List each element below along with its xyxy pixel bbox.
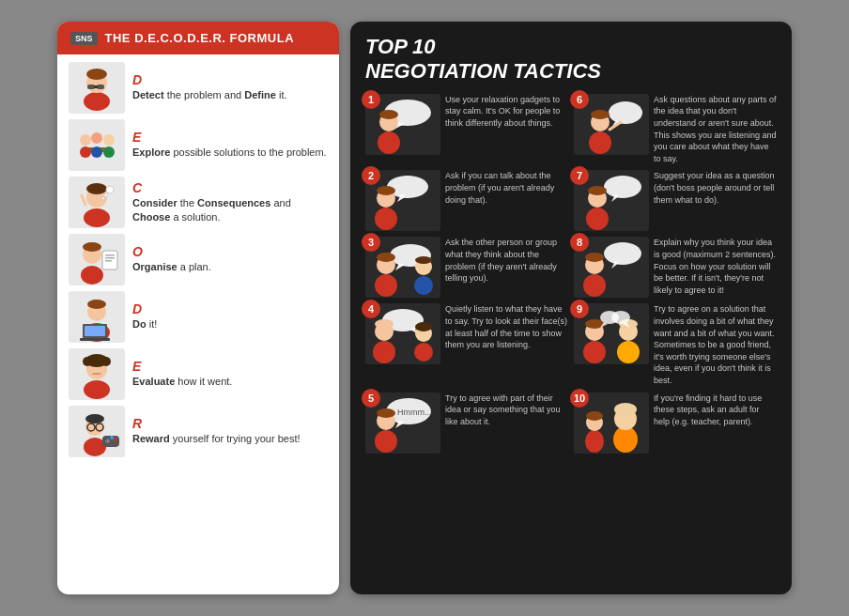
decoder-letter-d1: D bbox=[132, 72, 328, 88]
svg-point-39 bbox=[84, 380, 110, 399]
svg-point-68 bbox=[591, 110, 610, 119]
svg-point-12 bbox=[91, 146, 102, 158]
tactic-number-6: 6 bbox=[570, 90, 589, 109]
svg-point-9 bbox=[80, 134, 91, 146]
tactic-number-1: 1 bbox=[362, 90, 380, 109]
svg-point-43 bbox=[101, 357, 111, 366]
tactic-img-wrap-10: 10 bbox=[574, 393, 649, 454]
svg-rect-5 bbox=[97, 85, 104, 89]
tactic-item-10: 10 bbox=[574, 393, 777, 454]
svg-point-1 bbox=[84, 92, 110, 111]
tactic-item-9: 9 bbox=[574, 303, 777, 386]
svg-point-73 bbox=[375, 208, 397, 230]
tactic-item-4: 4 bbox=[365, 303, 568, 386]
svg-point-127 bbox=[586, 411, 603, 421]
svg-point-128 bbox=[613, 426, 638, 453]
svg-point-13 bbox=[103, 134, 115, 146]
svg-point-11 bbox=[91, 132, 102, 144]
tactic-text-4: Quietly listen to what they have to say.… bbox=[445, 303, 568, 350]
decoder-item-o: O Organise a plan. bbox=[69, 234, 328, 285]
tactic-img-wrap-9: 9 bbox=[574, 303, 649, 364]
decoder-item-e2: E Evaluate how it went. bbox=[69, 348, 328, 400]
tactic-number-5: 5 bbox=[362, 389, 380, 408]
decoder-text-d2: D Do it! bbox=[132, 301, 328, 331]
decoder-letter-c: C bbox=[132, 180, 328, 196]
decoder-text-c: C Consider the Consequences and Choose a… bbox=[132, 180, 328, 225]
decoder-item-d2: D Do it! bbox=[69, 291, 328, 343]
svg-point-103 bbox=[414, 343, 433, 362]
tactics-grid: 1 Use your rela bbox=[365, 94, 777, 454]
svg-point-88 bbox=[414, 276, 433, 295]
svg-point-64 bbox=[609, 101, 642, 124]
tactic-item-3: 3 bbox=[365, 237, 568, 298]
tactic-img-wrap-5: 5 Hmmm... bbox=[365, 393, 440, 454]
main-container: SNS THE D.E.C.O.D.E.R. FORMULA bbox=[0, 0, 849, 616]
sns-logo: SNS bbox=[70, 32, 98, 45]
tactic-text-5: Try to agree with part of their idea or … bbox=[445, 393, 568, 428]
svg-point-48 bbox=[85, 414, 104, 424]
svg-rect-56 bbox=[107, 439, 109, 443]
svg-point-105 bbox=[415, 322, 432, 331]
svg-point-107 bbox=[583, 341, 606, 363]
svg-point-24 bbox=[81, 266, 103, 285]
svg-point-60 bbox=[378, 131, 400, 154]
svg-rect-29 bbox=[105, 257, 115, 259]
decoder-text-d1: D Detect the problem and Define it. bbox=[132, 72, 328, 102]
decoder-desc-d1: Detect the problem and Define it. bbox=[132, 88, 328, 102]
tactic-text-9: Try to agree on a solution that involves… bbox=[654, 303, 777, 386]
svg-point-16 bbox=[84, 208, 110, 227]
svg-rect-28 bbox=[105, 254, 115, 256]
tactics-title: TOP 10 NEGOTIATION TACTICS bbox=[365, 35, 777, 85]
tactic-img-wrap-2: 2 bbox=[365, 170, 440, 231]
decoder-text-o: O Organise a plan. bbox=[132, 244, 328, 274]
decoder-desc-d2: Do it! bbox=[132, 317, 328, 331]
tactic-text-2: Ask if you can talk about the problem (i… bbox=[445, 170, 568, 206]
tactic-img-wrap-7: 7 bbox=[574, 170, 649, 231]
svg-point-130 bbox=[614, 403, 637, 416]
svg-rect-7 bbox=[69, 119, 125, 171]
left-card: SNS THE D.E.C.O.D.E.R. FORMULA bbox=[57, 22, 339, 594]
svg-rect-6 bbox=[94, 85, 98, 88]
svg-point-34 bbox=[87, 300, 106, 309]
svg-point-81 bbox=[588, 186, 607, 195]
svg-rect-4 bbox=[87, 85, 95, 89]
tactic-item-6: 6 Ask questions bbox=[574, 94, 777, 165]
svg-point-26 bbox=[83, 242, 101, 252]
decoder-letter-e1: E bbox=[132, 130, 328, 146]
svg-point-100 bbox=[373, 341, 395, 363]
decoder-letter-r: R bbox=[132, 416, 328, 432]
decoder-image-d2 bbox=[69, 291, 125, 343]
svg-point-121 bbox=[375, 430, 397, 453]
right-card: TOP 10 NEGOTIATION TACTICS 1 bbox=[350, 22, 792, 594]
decoder-image-e1 bbox=[69, 119, 125, 171]
svg-point-62 bbox=[379, 110, 398, 119]
decoder-item-d1: D Detect the problem and Define it. bbox=[69, 62, 328, 114]
decoder-image-e2 bbox=[69, 348, 125, 400]
svg-point-94 bbox=[583, 274, 606, 297]
decoder-desc-r: Reward yourself for trying your best! bbox=[132, 432, 328, 446]
svg-point-21 bbox=[102, 197, 105, 200]
decoder-letter-o: O bbox=[132, 244, 328, 260]
svg-point-10 bbox=[80, 146, 91, 158]
svg-rect-37 bbox=[80, 338, 110, 341]
tactic-img-wrap-1: 1 bbox=[365, 94, 440, 155]
tactic-text-8: Explain why you think your idea is good … bbox=[654, 237, 777, 296]
svg-point-85 bbox=[375, 274, 397, 297]
svg-point-102 bbox=[375, 319, 394, 329]
svg-point-115 bbox=[611, 311, 630, 324]
decoder-item-r: R Reward yourself for trying your best! bbox=[69, 406, 328, 457]
tactic-text-7: Suggest your idea as a question (don't b… bbox=[654, 170, 777, 206]
decoder-image-o bbox=[69, 234, 125, 285]
svg-rect-36 bbox=[85, 326, 105, 336]
decoder-list: D Detect the problem and Define it. bbox=[57, 54, 339, 594]
decoder-image-d1 bbox=[69, 62, 125, 114]
svg-point-77 bbox=[604, 176, 641, 198]
tactic-text-3: Ask the other person or group what they … bbox=[445, 237, 568, 284]
decoder-letter-e2: E bbox=[132, 359, 328, 375]
svg-point-53 bbox=[114, 438, 117, 441]
decoder-letter-d2: D bbox=[132, 301, 328, 317]
svg-point-54 bbox=[110, 436, 114, 439]
svg-text:Hmmm...: Hmmm... bbox=[397, 408, 432, 417]
decoder-desc-c: Consider the Consequences and Choose a s… bbox=[132, 196, 328, 225]
svg-point-92 bbox=[604, 242, 641, 265]
